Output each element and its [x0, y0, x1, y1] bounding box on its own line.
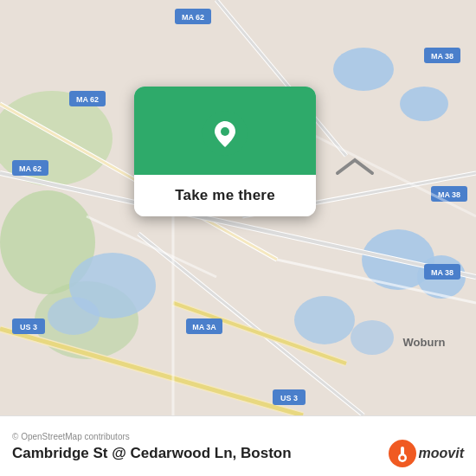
copyright-label: © OpenStreetMap contributors: [12, 432, 130, 441]
map-view[interactable]: MA 62 MA 62 MA 62 MA 38 MA 38 MA 38 MA 3…: [0, 0, 476, 415]
svg-text:US 3: US 3: [20, 323, 37, 331]
popup-header: [134, 87, 316, 175]
svg-text:MA 62: MA 62: [76, 95, 99, 104]
svg-rect-54: [401, 447, 404, 455]
svg-text:MA 3A: MA 3A: [192, 323, 216, 331]
moovit-icon: [389, 440, 416, 467]
svg-text:Woburn: Woburn: [403, 336, 446, 349]
svg-text:US 3: US 3: [280, 394, 298, 402]
bottom-info-bar: © OpenStreetMap contributors Cambridge S…: [0, 415, 476, 476]
location-popup: Take me there: [134, 87, 316, 216]
svg-point-9: [48, 297, 100, 335]
take-me-there-button[interactable]: Take me there: [134, 175, 316, 216]
moovit-brand-text: moovit: [419, 446, 464, 461]
svg-text:MA 62: MA 62: [182, 13, 204, 22]
svg-text:MA 38: MA 38: [431, 52, 453, 61]
svg-point-5: [400, 87, 448, 121]
svg-point-4: [333, 48, 394, 91]
svg-text:MA 38: MA 38: [431, 268, 453, 277]
svg-point-11: [351, 320, 394, 355]
location-pin-icon: [203, 111, 248, 156]
svg-text:MA 62: MA 62: [19, 164, 42, 173]
svg-point-50: [221, 127, 229, 136]
svg-point-53: [400, 456, 404, 460]
svg-point-10: [294, 296, 355, 344]
moovit-logo: moovit: [389, 440, 464, 467]
